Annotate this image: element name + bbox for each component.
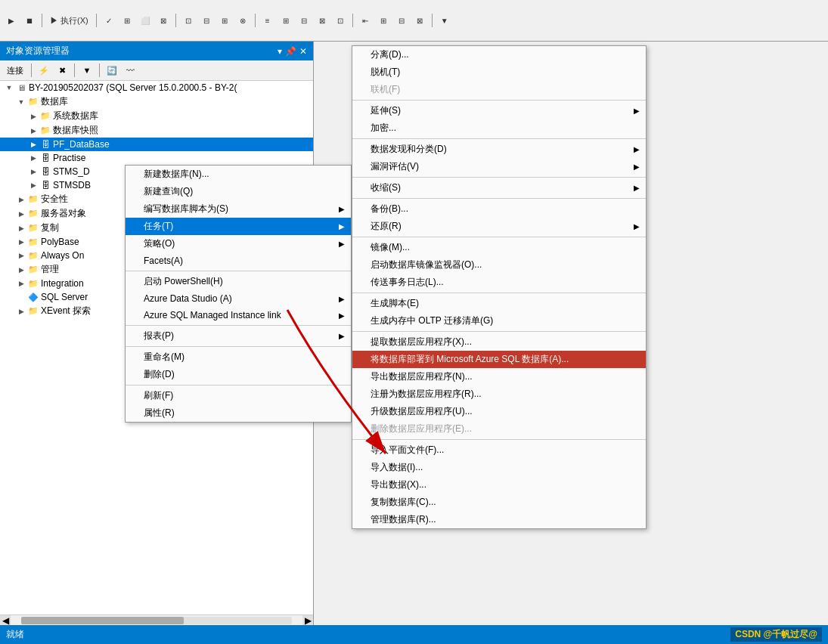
toolbar-btn-20[interactable]: ▼ xyxy=(436,12,453,29)
menu-extract-dac[interactable]: 提取数据层应用程序(X)... xyxy=(352,333,646,351)
oe-btn-2[interactable]: ✖ xyxy=(54,62,70,79)
tree-server[interactable]: ▼ 🖥 BY-201905202037 (SQL Server 15.0.200… xyxy=(0,81,313,94)
menu-encrypt[interactable]: 加密... xyxy=(352,119,646,137)
toolbar-btn-16[interactable]: ⇤ xyxy=(357,12,374,29)
expander-security[interactable]: ▶ xyxy=(15,194,27,206)
oe-scrollbar[interactable]: ◀ ▶ xyxy=(0,615,313,625)
expander-replication[interactable]: ▶ xyxy=(15,222,27,234)
expander-stmsd[interactable]: ▶ xyxy=(27,166,39,178)
menu-new-database[interactable]: 新建数据库(N)... xyxy=(126,166,351,183)
menu-ship-log[interactable]: 传送事务日志(L)... xyxy=(352,274,646,291)
menu-gen-oltp[interactable]: 生成内存中 OLTP 迁移清单(G) xyxy=(352,312,646,330)
pin-icon2[interactable]: 📌 xyxy=(285,46,296,57)
toolbar-btn-2[interactable]: ⏹ xyxy=(21,12,38,29)
menu-refresh[interactable]: 刷新(F) xyxy=(126,387,351,404)
menu-stretch[interactable]: 延伸(S) ▶ xyxy=(352,102,646,119)
expander-databases[interactable]: ▼ xyxy=(15,96,27,108)
expander-xevent[interactable]: ▶ xyxy=(15,305,27,317)
toolbar-btn-12[interactable]: ⊞ xyxy=(278,12,294,29)
menu-offline[interactable]: 脱机(T) xyxy=(352,63,646,81)
toolbar-btn-17[interactable]: ⊞ xyxy=(375,12,392,29)
expander-sysdb[interactable]: ▶ xyxy=(27,110,39,122)
pin-icon[interactable]: ▾ xyxy=(278,46,282,57)
menu-import-flat-label: 导入平面文件(F)... xyxy=(371,444,631,457)
toolbar-btn-18[interactable]: ⊟ xyxy=(393,12,410,29)
scroll-right-btn[interactable]: ▶ xyxy=(302,615,313,626)
menu-shrink[interactable]: 收缩(S) ▶ xyxy=(352,179,646,197)
oe-btn-1[interactable]: ⚡ xyxy=(36,62,52,79)
sqlserver-label: SQL Server xyxy=(41,292,91,302)
oe-toolbar: 连接 ⚡ ✖ ▼ 🔄 〰 xyxy=(0,60,313,81)
expander-alwayson[interactable]: ▶ xyxy=(15,249,27,262)
scroll-left-btn[interactable]: ◀ xyxy=(0,615,11,626)
expander-snapshot[interactable]: ▶ xyxy=(27,125,39,137)
menu-backup[interactable]: 备份(B)... xyxy=(352,200,646,218)
toolbar-btn-19[interactable]: ⊠ xyxy=(411,12,428,29)
toolbar-btn-7[interactable]: ⊡ xyxy=(180,12,197,29)
expander-practise[interactable]: ▶ xyxy=(27,152,39,164)
menu-azure-sql-managed[interactable]: Azure SQL Managed Instance link ▶ xyxy=(126,307,351,324)
menu-import-data[interactable]: 导入数据(I)... xyxy=(352,459,646,476)
toolbar-btn-14[interactable]: ⊠ xyxy=(314,12,330,29)
toolbar-btn-5[interactable]: ⬜ xyxy=(137,12,154,29)
menu-facets[interactable]: Facets(A) xyxy=(126,252,351,269)
menu-mirror[interactable]: 镜像(M)... xyxy=(352,239,646,256)
toolbar-btn-13[interactable]: ⊟ xyxy=(296,12,312,29)
oe-btn-3[interactable]: ▼ xyxy=(79,62,95,79)
menu-data-discovery[interactable]: 数据发现和分类(D) ▶ xyxy=(352,141,646,158)
toolbar-btn-4[interactable]: ⊞ xyxy=(119,12,135,29)
menu-mirror-monitor[interactable]: 启动数据库镜像监视器(O)... xyxy=(352,256,646,274)
menu-rename[interactable]: 重命名(M) xyxy=(126,348,351,366)
tree-system-db[interactable]: ▶ 📁 系统数据库 xyxy=(0,109,313,123)
tree-databases[interactable]: ▼ 📁 数据库 xyxy=(0,94,313,109)
toolbar-btn-15[interactable]: ⊡ xyxy=(332,12,349,29)
menu-restore[interactable]: 还原(R) ▶ xyxy=(352,218,646,235)
menu-properties[interactable]: 属性(R) xyxy=(126,404,351,422)
tree-db-snapshot[interactable]: ▶ 📁 数据库快照 xyxy=(0,123,313,138)
menu-register-dac[interactable]: 注册为数据层应用程序(R)... xyxy=(352,385,646,403)
toolbar-btn-11[interactable]: ≡ xyxy=(259,12,276,29)
menu-powershell[interactable]: 启动 PowerShell(H) xyxy=(126,273,351,290)
toolbar-btn-3[interactable]: ✓ xyxy=(101,12,117,29)
menu-encrypt-label: 加密... xyxy=(371,122,631,135)
oe-btn-refresh[interactable]: 🔄 xyxy=(104,62,120,79)
toolbar-btn-9[interactable]: ⊞ xyxy=(216,12,233,29)
toolbar-btn-6[interactable]: ⊠ xyxy=(155,12,172,29)
menu-manage-db[interactable]: 管理数据库(R)... xyxy=(352,511,646,528)
expander-server[interactable]: ▼ xyxy=(3,82,15,94)
toolbar-btn-1[interactable]: ▶ xyxy=(3,12,20,29)
menu-delete[interactable]: 删除(D) xyxy=(126,366,351,383)
statusbar: 就绪 CSDN @千帆过尽@ xyxy=(0,625,828,644)
menu-export-data[interactable]: 导出数据(X)... xyxy=(352,476,646,494)
connect-btn[interactable]: 连接 xyxy=(3,62,27,79)
menu-write-db-script[interactable]: 编写数据库脚本为(S) ▶ xyxy=(126,200,351,218)
tree-practise[interactable]: ▶ 🗄 Practise xyxy=(0,151,313,165)
menu-reports[interactable]: 报表(P) ▶ xyxy=(126,327,351,345)
menu-copy-db[interactable]: 复制数据库(C)... xyxy=(352,494,646,511)
menu-import-flat[interactable]: 导入平面文件(F)... xyxy=(352,441,646,459)
menu-policy[interactable]: 策略(O) ▶ xyxy=(126,235,351,252)
tree-pfdb[interactable]: ▶ 🗄 PF_DataBase xyxy=(0,138,313,151)
expander-serverobj[interactable]: ▶ xyxy=(15,208,27,220)
menu-upgrade-dac[interactable]: 升级数据层应用程序(U)... xyxy=(352,403,646,420)
menu-deploy-azure[interactable]: 将数据库部署到 Microsoft Azure SQL 数据库(A)... xyxy=(352,351,646,368)
expander-polybase[interactable]: ▶ xyxy=(15,236,27,248)
expander-integration[interactable]: ▶ xyxy=(15,277,27,289)
toolbar-btn-10[interactable]: ⊗ xyxy=(234,12,251,29)
menu-vuln-assess[interactable]: 漏洞评估(V) ▶ xyxy=(352,158,646,175)
menu-new-query[interactable]: 新建查询(Q) xyxy=(126,183,351,200)
oe-btn-wave[interactable]: 〰 xyxy=(122,62,138,79)
expander-manage[interactable]: ▶ xyxy=(15,264,27,276)
menu-azure-data-studio[interactable]: Azure Data Studio (A) ▶ xyxy=(126,290,351,307)
toolbar-btn-8[interactable]: ⊟ xyxy=(198,12,215,29)
expander-pfdb[interactable]: ▶ xyxy=(27,138,39,150)
integration-label: Integration xyxy=(41,278,87,289)
menu-gen-script[interactable]: 生成脚本(E) xyxy=(352,295,646,312)
menu-detach[interactable]: 分离(D)... xyxy=(352,46,646,63)
close-icon[interactable]: ✕ xyxy=(299,46,307,57)
menu-export-dac[interactable]: 导出数据层应用程序(N)... xyxy=(352,368,646,385)
menu-tasks[interactable]: 任务(T) ▶ xyxy=(126,218,351,235)
folder-icon-integration: 📁 xyxy=(27,277,39,289)
expander-stmsdb[interactable]: ▶ xyxy=(27,179,39,191)
execute-btn[interactable]: ▶ 执行(X) xyxy=(46,12,92,29)
